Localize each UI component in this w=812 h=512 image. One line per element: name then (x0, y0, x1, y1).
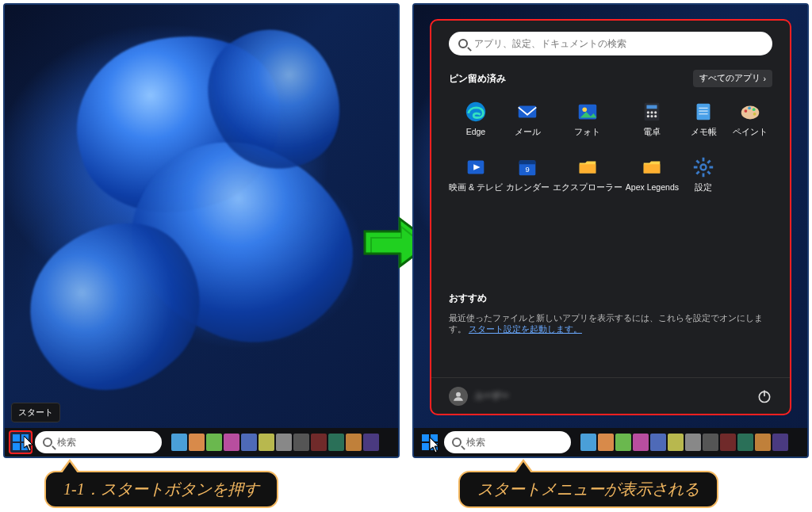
all-apps-button[interactable]: すべてのアプリ › (693, 70, 773, 87)
callout-step-1: 1-1．スタートボタンを押す (44, 471, 278, 508)
app-tile-settings[interactable]: 設定 (682, 152, 726, 204)
svg-point-18 (749, 106, 752, 109)
windows-logo-icon (13, 434, 29, 450)
app-tile-explorer[interactable]: エクスプローラー (553, 152, 622, 204)
taskbar-app-icon[interactable] (580, 434, 596, 451)
all-apps-label: すべてのアプリ (699, 73, 760, 84)
recommended-text: 最近使ったファイルと新しいアプリを表示するには、これらを設定でオンにします。 ス… (449, 313, 772, 335)
user-name-label: ユーザー (474, 390, 509, 402)
taskbar-search[interactable]: 検索 (35, 431, 162, 453)
user-account-button[interactable]: ユーザー (449, 387, 509, 406)
photos-icon (576, 100, 599, 124)
windows-logo-icon (422, 434, 438, 450)
app-label: フォト (574, 127, 600, 138)
start-button[interactable] (419, 431, 441, 453)
svg-rect-27 (644, 164, 661, 173)
taskbar-search-placeholder: 検索 (466, 436, 485, 449)
app-tile-calendar[interactable]: 9カレンダー (506, 152, 550, 204)
taskbar-app-icon[interactable] (346, 434, 362, 451)
explorer-icon (576, 155, 599, 179)
svg-point-11 (655, 115, 657, 117)
folder-icon (640, 155, 664, 179)
search-icon (452, 437, 462, 447)
taskbar-app-icon[interactable] (224, 434, 239, 451)
app-tile-photos[interactable]: フォト (553, 97, 622, 149)
taskbar-app-icon[interactable] (737, 434, 753, 451)
taskbar-app-icon[interactable] (328, 434, 344, 451)
movies-icon (464, 155, 488, 179)
taskbar-app-icon[interactable] (276, 434, 292, 451)
start-button[interactable] (10, 431, 32, 453)
mail-icon (515, 100, 539, 124)
svg-rect-24 (519, 161, 536, 165)
chevron-right-icon: › (764, 74, 767, 83)
taskbar-app-icon[interactable] (311, 434, 327, 451)
taskbar-apps (171, 434, 379, 451)
taskbar-app-icon[interactable] (259, 434, 274, 451)
svg-point-20 (753, 113, 756, 116)
svg-line-36 (708, 160, 710, 162)
taskbar-app-icon[interactable] (772, 434, 788, 451)
svg-point-10 (651, 115, 653, 117)
taskbar-apps (580, 434, 788, 451)
taskbar-app-icon[interactable] (615, 434, 631, 451)
taskbar-app-icon[interactable] (241, 434, 257, 451)
taskbar-app-icon[interactable] (206, 434, 222, 451)
app-tile-notepad[interactable]: メモ帳 (682, 97, 726, 149)
app-label: カレンダー (506, 182, 550, 193)
search-icon (458, 39, 468, 48)
app-label: 設定 (695, 182, 712, 193)
taskbar-app-icon[interactable] (189, 434, 205, 451)
taskbar-app-icon[interactable] (363, 434, 379, 451)
svg-rect-12 (697, 104, 710, 120)
svg-rect-1 (519, 106, 537, 118)
svg-line-34 (697, 160, 699, 162)
taskbar-app-icon[interactable] (598, 434, 614, 451)
pinned-heading: ピン留め済み (449, 72, 506, 86)
start-tooltip: スタート (11, 403, 60, 422)
start-settings-link[interactable]: スタート設定を起動します。 (469, 324, 582, 334)
taskbar-app-icon[interactable] (171, 434, 187, 451)
startmenu-search-placeholder: アプリ、設定、ドキュメントの検索 (474, 37, 626, 51)
taskbar: 検索 (5, 428, 398, 457)
taskbar-app-icon[interactable] (293, 434, 309, 451)
app-label: メール (515, 127, 541, 138)
taskbar-app-icon[interactable] (685, 434, 701, 451)
app-tile-calc[interactable]: 電卓 (626, 97, 679, 149)
callout-result: スタートメニューが表示される (458, 471, 718, 508)
desktop-wallpaper (5, 5, 398, 457)
paint-icon (738, 100, 762, 124)
svg-point-9 (647, 115, 649, 117)
left-screenshot: スタート 検索 (3, 3, 400, 458)
taskbar-app-icon[interactable] (650, 434, 666, 451)
taskbar-app-icon[interactable] (668, 434, 684, 451)
app-tile-mail[interactable]: メール (506, 97, 550, 149)
app-tile-folder[interactable]: Apex Legends (626, 152, 679, 204)
taskbar-app-icon[interactable] (633, 434, 649, 451)
svg-point-19 (753, 108, 756, 111)
taskbar-app-icon[interactable] (755, 434, 771, 451)
edge-icon (464, 100, 488, 124)
app-label: 映画 & テレビ (449, 182, 503, 193)
calendar-icon: 9 (515, 155, 539, 179)
svg-point-7 (651, 111, 653, 113)
pinned-apps-grid: Edgeメールフォト電卓メモ帳ペイント映画 & テレビ9カレンダーエクスプローラ… (449, 97, 772, 204)
power-button[interactable] (756, 388, 772, 404)
app-label: 電卓 (643, 127, 661, 138)
notepad-icon (691, 100, 715, 124)
app-label: Edge (466, 127, 486, 136)
app-label: メモ帳 (691, 127, 717, 138)
startmenu-search[interactable]: アプリ、設定、ドキュメントの検索 (449, 32, 772, 55)
recommended-heading: おすすめ (449, 292, 772, 305)
svg-text:9: 9 (526, 166, 530, 174)
app-tile-edge[interactable]: Edge (449, 97, 503, 149)
app-tile-paint[interactable]: ペイント (729, 97, 772, 149)
svg-point-3 (582, 107, 587, 112)
taskbar-search[interactable]: 検索 (444, 431, 571, 453)
taskbar-search-placeholder: 検索 (57, 436, 76, 449)
taskbar-app-icon[interactable] (720, 434, 736, 451)
app-label: ペイント (733, 127, 768, 138)
calc-icon (640, 100, 664, 124)
app-tile-movies[interactable]: 映画 & テレビ (449, 152, 503, 204)
taskbar-app-icon[interactable] (703, 434, 718, 451)
